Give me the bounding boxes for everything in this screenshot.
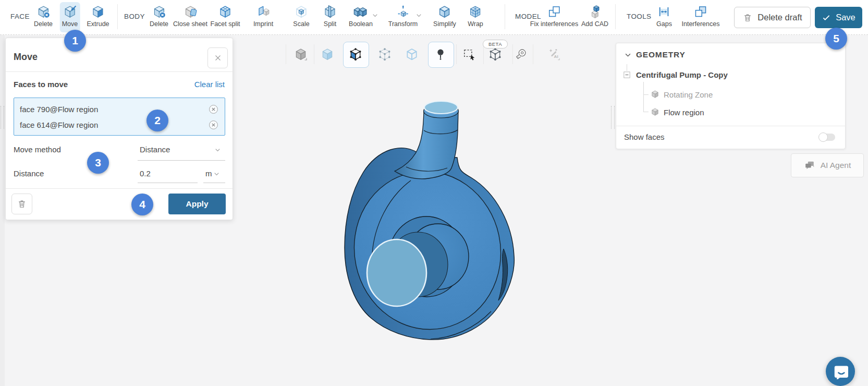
close-sheet-label: Close sheet [173,20,207,28]
ai-agent-button[interactable]: AI Agent [791,153,864,177]
dialog-title: Move [14,52,38,63]
tree-item-rotating-zone[interactable]: Rotating Zone [664,90,713,99]
view-toolbar-separator [456,44,457,64]
geometry-panel-header[interactable]: GEOMETRY [636,50,686,59]
right-panel-resize-handle[interactable] [611,106,615,129]
save-label: Save [836,13,855,22]
select-volume-icon[interactable] [321,47,334,61]
scale-button[interactable]: Scale [291,2,311,32]
boolean-button[interactable]: Boolean [347,2,375,32]
transform-label: Transform [388,20,418,28]
save-button[interactable]: Save [815,7,862,28]
annotation-step-3: 3 [87,152,109,174]
move-dialog: Move Faces to move Clear list face 790@F… [5,38,233,220]
rotating-zone-cube-icon [651,90,659,99]
face-move-label: Move [62,20,78,28]
support-chat-button[interactable] [826,357,855,386]
unit-select[interactable]: m [205,169,212,178]
dialog-close-button[interactable] [207,47,228,68]
boolean-chevron-icon[interactable] [372,11,378,18]
tree-root-centrifugal-pump[interactable]: Centrifugal Pump - Copy [636,70,728,79]
mesh-display-beta-icon[interactable] [488,47,502,61]
fix-interferences-label: Fix interferences [530,20,578,28]
geometry-collapse-chevron-icon[interactable] [624,51,632,59]
distance-input[interactable]: 0.2 [140,169,151,178]
show-faces-toggle[interactable] [820,134,835,141]
outlet-pipe[interactable] [395,112,458,179]
move-method-select[interactable]: Distance [140,145,170,154]
toggle-knob [818,132,828,142]
face-extrude-label: Extrude [87,20,109,28]
interferences-label: Interferences [682,20,720,28]
body-delete-button[interactable]: Delete [148,2,170,32]
face-move-icon [63,5,77,19]
tree-connector [643,94,649,95]
face-list-item[interactable]: face 614@Flow region [14,117,225,132]
remove-face-icon[interactable] [209,104,218,114]
fix-interferences-button[interactable]: Fix interferences [528,2,580,32]
annotation-step-5: 5 [825,28,847,50]
simplify-button[interactable]: Simplify [431,2,458,32]
unit-chevron-icon[interactable] [213,170,220,177]
selected-inlet-face[interactable] [367,239,426,306]
probe-point-icon[interactable] [434,47,447,61]
fix-interferences-icon [547,5,561,19]
faces-to-move-label: Faces to move [14,80,68,89]
transform-button[interactable]: Transform [386,2,420,32]
add-cad-button[interactable]: Add CAD [579,2,610,32]
delete-operation-button[interactable] [11,194,32,214]
interferences-button[interactable]: Interferences [680,2,722,32]
view-toolbar-separator [533,44,533,64]
gaps-button[interactable]: Gaps [654,2,674,32]
box-select-icon[interactable] [462,47,476,61]
view-toolbar-separator [286,44,286,64]
imprint-button[interactable]: Imprint [251,2,275,32]
toolbar-separator [615,4,616,29]
remove-face-icon[interactable] [209,120,218,130]
clear-list-link[interactable]: Clear list [194,80,225,89]
delete-draft-button[interactable]: Delete draft [734,7,811,28]
chat-bubbles-icon [804,160,815,171]
face-move-button[interactable]: Move [60,2,80,32]
body-delete-label: Delete [150,20,168,28]
select-body-solid-icon[interactable] [294,47,308,61]
facet-split-button[interactable]: Facet split [209,2,242,32]
select-edge-icon[interactable] [405,47,419,61]
left-panel-resize-handle[interactable] [1,106,4,129]
transform-chevron-icon[interactable] [415,11,422,18]
tree-item-flow-region[interactable]: Flow region [664,108,704,117]
face-delete-icon [36,5,50,19]
wrap-label: Wrap [468,20,483,28]
group-label-tools: TOOLS [627,13,652,20]
tree-collapse-icon[interactable] [624,71,630,78]
selected-pipe-face[interactable] [424,101,458,114]
gaps-label: Gaps [656,20,672,28]
split-button[interactable]: Split [321,2,339,32]
svg-text:AI: AI [554,54,558,59]
chat-bubble-icon [833,364,848,379]
face-delete-label: Delete [34,20,53,28]
tree-connector [643,112,649,112]
apply-button[interactable]: Apply [168,194,226,214]
main-toolbar: FACE Delete Move Extrude BODY Delete Clo… [0,0,868,35]
scale-label: Scale [293,20,309,28]
face-delete-button[interactable]: Delete [32,2,55,32]
wrap-button[interactable]: Wrap [466,2,485,32]
ai-tool-icon[interactable]: AI [547,47,560,61]
move-method-chevron-icon[interactable] [214,146,221,153]
ai-agent-label: AI Agent [821,161,851,170]
facet-split-label: Facet split [211,20,240,28]
select-face-icon[interactable] [349,47,362,61]
facet-split-icon [218,5,233,19]
close-sheet-button[interactable]: Close sheet [171,2,210,32]
face-list-item[interactable]: face 790@Flow region [14,101,225,117]
gaps-icon [657,5,671,19]
select-vertex-icon[interactable] [378,47,392,61]
divider [138,183,198,183]
measure-tool-icon[interactable] [515,47,528,61]
faces-selection-list[interactable]: face 790@Flow region face 614@Flow regio… [14,98,225,136]
face-extrude-button[interactable]: Extrude [84,2,111,32]
centrifugal-pump-3d-model[interactable] [313,73,553,365]
move-method-label: Move method [14,145,61,154]
trash-icon [742,13,753,23]
